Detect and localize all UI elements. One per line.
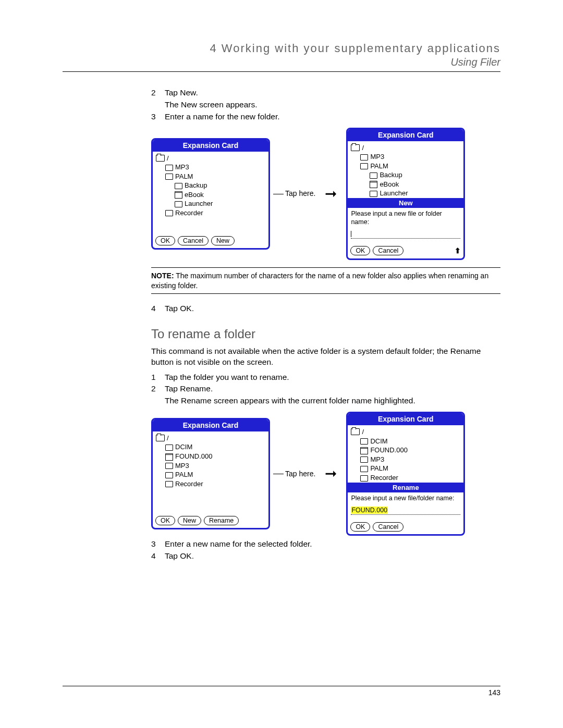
callout-tap-here: Tap here. [273, 189, 315, 199]
figure-row-new: Expansion Card / MP3 PALM Backup eBook L… [151, 128, 500, 260]
step-3: 3Enter a name for the new folder. [151, 112, 500, 122]
callout-tap-here: Tap here. [273, 469, 315, 479]
shift-icon[interactable]: ⬆ [455, 246, 461, 256]
folder-item[interactable]: MP3 [351, 152, 460, 162]
folder-item[interactable]: Recorder [156, 479, 265, 489]
subsection-title: To rename a folder [151, 326, 500, 342]
note-box: NOTE: The maximum number of characters f… [151, 267, 500, 294]
prompt-text: Please input a new file or folder name: [351, 208, 460, 227]
folder-item[interactable]: Launcher [156, 199, 265, 208]
folder-item[interactable]: PALM [351, 162, 460, 171]
name-input[interactable] [351, 230, 460, 239]
prompt-text: Please input a new file/folder name: [351, 492, 460, 504]
ok-button[interactable]: OK [350, 246, 370, 255]
cancel-button[interactable]: Cancel [373, 246, 403, 255]
rename-step-1: 1Tap the folder you want to rename. [151, 372, 500, 383]
folder-item[interactable]: PALM [351, 464, 460, 473]
rename-step-2-sub: The Rename screen appears with the curre… [165, 396, 500, 406]
palm-title: Expansion Card [153, 419, 268, 431]
folder-item[interactable]: PALM [156, 172, 265, 181]
new-button[interactable]: New [178, 516, 201, 525]
step-4: 4Tap OK. [151, 303, 500, 314]
folder-item[interactable]: Recorder [156, 208, 265, 218]
folder-item[interactable]: Backup [156, 181, 265, 190]
folder-item[interactable]: eBook [351, 180, 460, 189]
page-header: 4 Working with your supplementary applic… [63, 42, 500, 72]
palm-title: Expansion Card [348, 413, 463, 425]
palm-screen-new-left: Expansion Card / MP3 PALM Backup eBook L… [151, 138, 270, 250]
chapter-title: 4 Working with your supplementary applic… [63, 42, 500, 55]
subsection-intro: This command is not available when the a… [151, 346, 500, 368]
folder-item[interactable]: FOUND.000 [351, 446, 460, 455]
ok-button[interactable]: OK [155, 236, 175, 245]
rename-step-2: 2Tap Rename. [151, 384, 500, 394]
section-name: Using Filer [63, 56, 500, 68]
folder-item[interactable]: Recorder [351, 473, 460, 483]
cancel-button[interactable]: Cancel [178, 236, 209, 245]
step-2: 2Tap New. [151, 88, 500, 98]
root-folder: / [156, 154, 265, 163]
rename-button[interactable]: Rename [204, 516, 239, 525]
rename-step-4: 4Tap OK. [151, 551, 500, 562]
folder-item[interactable]: Backup [351, 170, 460, 180]
cancel-button[interactable]: Cancel [373, 522, 403, 532]
palm-screen-new-right: Expansion Card / MP3 PALM Backup eBook L… [346, 128, 465, 260]
arrow-icon: ➞ [325, 464, 337, 484]
folder-item[interactable]: DCIM [156, 442, 265, 452]
sub-titlebar: Rename [348, 483, 463, 493]
folder-item[interactable]: FOUND.000 [156, 452, 265, 461]
folder-item[interactable]: eBook [156, 190, 265, 200]
root-folder: / [156, 434, 265, 443]
palm-title: Expansion Card [348, 129, 463, 141]
step-2-sub: The New screen appears. [165, 100, 500, 110]
figure-row-rename: Expansion Card / DCIM FOUND.000 MP3 PALM… [151, 412, 500, 535]
root-folder: / [351, 427, 460, 437]
sub-titlebar: New [348, 198, 463, 208]
palm-title: Expansion Card [153, 140, 268, 152]
page-number: 143 [63, 686, 500, 697]
ok-button[interactable]: OK [350, 522, 370, 532]
new-button[interactable]: New [211, 236, 235, 245]
folder-item[interactable]: DCIM [351, 437, 460, 446]
palm-screen-rename-right: Expansion Card / DCIM FOUND.000 MP3 PALM… [346, 412, 465, 535]
root-folder: / [351, 143, 460, 153]
rename-step-3: 3Enter a new name for the selected folde… [151, 539, 500, 550]
folder-item[interactable]: MP3 [351, 455, 460, 464]
arrow-icon: ➞ [325, 184, 337, 204]
name-input[interactable]: FOUND.000 [351, 506, 460, 515]
folder-item[interactable]: MP3 [156, 461, 265, 471]
folder-item[interactable]: MP3 [156, 163, 265, 172]
ok-button[interactable]: OK [155, 516, 175, 525]
palm-screen-rename-left: Expansion Card / DCIM FOUND.000 MP3 PALM… [151, 418, 270, 529]
folder-item[interactable]: Launcher [351, 189, 460, 198]
folder-item[interactable]: PALM [156, 470, 265, 479]
